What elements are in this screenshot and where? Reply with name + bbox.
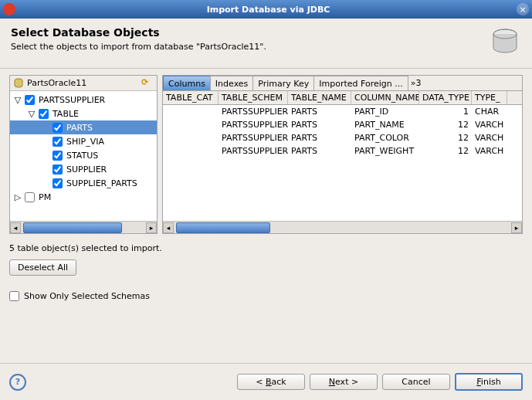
table-row[interactable]: PARTSSUPPLIER PARTS PART_NAME 12 VARCH xyxy=(163,118,522,131)
page-subtitle: Select the objects to import from databa… xyxy=(11,42,489,52)
app-icon xyxy=(3,3,15,15)
scroll-right-icon[interactable]: ▸ xyxy=(511,222,522,233)
tree-node-partssupplier[interactable]: ▽ PARTSSUPPLIER xyxy=(10,93,157,107)
close-icon[interactable]: × xyxy=(517,3,529,15)
tree-hscroll[interactable]: ◂ ▸ xyxy=(10,221,157,233)
tab-imported-foreign[interactable]: Imported Foreign ... xyxy=(313,76,408,90)
tab-bar: Columns Indexes Primary Key Imported For… xyxy=(163,76,522,91)
tab-indexes[interactable]: Indexes xyxy=(210,76,253,90)
wizard-buttons: ? < Back Next > Cancel Finish xyxy=(0,363,532,400)
col-header[interactable]: TABLE_CAT xyxy=(163,91,219,104)
table-row[interactable]: PARTSSUPPLIER PARTS PART_COLOR 12 VARCH xyxy=(163,131,522,144)
tree-body: ▽ PARTSSUPPLIER ▽ TABLE PARTS xyxy=(10,91,157,221)
scroll-left-icon[interactable]: ◂ xyxy=(10,222,21,233)
finish-button[interactable]: Finish xyxy=(455,373,523,391)
checkbox[interactable] xyxy=(25,192,35,202)
tree-node-status[interactable]: STATUS xyxy=(10,148,157,162)
scroll-right-icon[interactable]: ▸ xyxy=(146,222,157,233)
tree-node-supplier[interactable]: SUPPLIER xyxy=(10,162,157,176)
refresh-icon[interactable]: ⟳ xyxy=(141,77,154,90)
table-row[interactable]: PARTSSUPPLIER PARTS PART_ID 1 CHAR xyxy=(163,105,522,118)
checkbox[interactable] xyxy=(53,123,63,133)
grid-hscroll[interactable]: ◂ ▸ xyxy=(163,221,522,233)
tree-node-pm[interactable]: ▷ PM xyxy=(10,190,157,204)
titlebar: Import Database via JDBC × xyxy=(0,0,532,19)
scroll-left-icon[interactable]: ◂ xyxy=(163,222,174,233)
tree-node-shipvia[interactable]: SHIP_VIA xyxy=(10,134,157,148)
twisty-icon[interactable]: ▷ xyxy=(13,192,22,202)
tab-primary-key[interactable]: Primary Key xyxy=(252,76,314,90)
deselect-all-button[interactable]: Deselect All xyxy=(9,259,76,276)
status-text: 5 table object(s) selected to import. xyxy=(9,243,523,253)
grid-header: TABLE_CAT TABLE_SCHEM TABLE_NAME COLUMN_… xyxy=(163,91,522,105)
window-title: Import Database via JDBC xyxy=(20,5,517,15)
tree-node-parts[interactable]: PARTS xyxy=(10,120,157,134)
tree-panel: PartsOracle11 ⟳ ▽ PARTSSUPPLIER ▽ TABLE xyxy=(9,75,158,234)
tab-columns[interactable]: Columns xyxy=(163,76,211,90)
show-only-row: Show Only Selected Schemas xyxy=(9,291,523,301)
col-header[interactable]: TABLE_NAME xyxy=(288,91,351,104)
db-small-icon xyxy=(13,78,24,89)
col-header[interactable]: DATA_TYPE xyxy=(419,91,472,104)
cancel-button[interactable]: Cancel xyxy=(382,374,450,390)
grid-body: PARTSSUPPLIER PARTS PART_ID 1 CHAR PARTS… xyxy=(163,105,522,221)
back-button[interactable]: < Back xyxy=(237,374,305,390)
tree-node-table[interactable]: ▽ TABLE xyxy=(10,107,157,120)
twisty-icon[interactable]: ▽ xyxy=(13,95,22,105)
help-icon[interactable]: ? xyxy=(9,374,26,391)
grid-panel: Columns Indexes Primary Key Imported For… xyxy=(162,75,523,234)
checkbox[interactable] xyxy=(53,178,63,188)
next-button[interactable]: Next > xyxy=(310,374,378,390)
show-only-checkbox[interactable] xyxy=(9,291,19,301)
header-divider xyxy=(0,68,532,69)
checkbox[interactable] xyxy=(53,164,63,175)
checkbox[interactable] xyxy=(53,137,63,147)
tree-db-name: PartsOracle11 xyxy=(27,78,141,88)
checkbox[interactable] xyxy=(39,109,49,119)
wizard-header: Select Database Objects Select the objec… xyxy=(0,19,532,63)
col-header[interactable]: TYPE_ xyxy=(472,91,507,104)
tree-header: PartsOracle11 ⟳ xyxy=(10,76,157,91)
tree-node-supplierparts[interactable]: SUPPLIER_PARTS xyxy=(10,176,157,190)
col-header[interactable]: TABLE_SCHEM xyxy=(219,91,288,104)
page-title: Select Database Objects xyxy=(11,26,489,39)
tab-overflow[interactable]: »3 xyxy=(408,78,425,88)
database-icon xyxy=(489,26,521,59)
show-only-label: Show Only Selected Schemas xyxy=(24,291,150,301)
checkbox[interactable] xyxy=(25,95,35,105)
col-header[interactable]: COLUMN_NAME xyxy=(351,91,419,104)
table-row[interactable]: PARTSSUPPLIER PARTS PART_WEIGHT 12 VARCH xyxy=(163,144,522,158)
twisty-icon[interactable]: ▽ xyxy=(27,109,36,119)
checkbox[interactable] xyxy=(53,151,63,161)
